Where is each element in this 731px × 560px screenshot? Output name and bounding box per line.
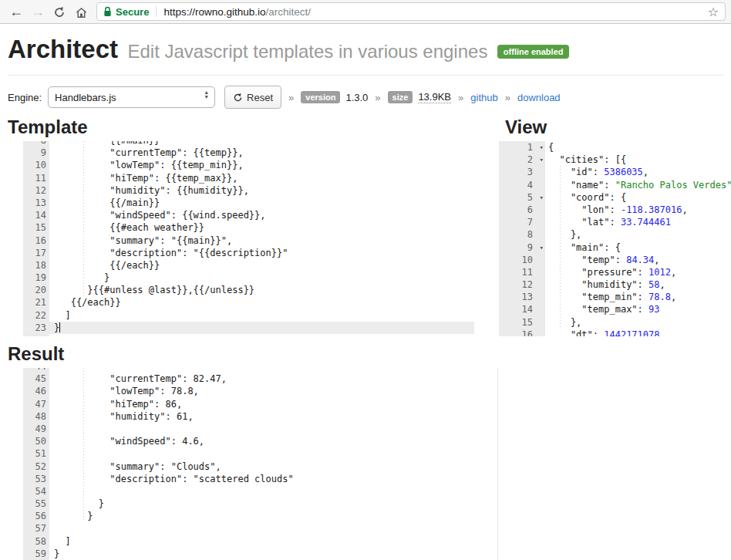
code-line[interactable]: 15 {{#each weather}} <box>23 221 474 234</box>
code-text: "hiTemp": 86, <box>54 398 497 410</box>
code-text: "lowTemp": 78.8, <box>54 385 497 397</box>
code-line[interactable]: 20 }{{#unless @last}},{{/unless}} <box>23 284 474 296</box>
text-cursor <box>59 322 60 332</box>
line-number: 55 <box>23 498 54 510</box>
line-number: 16 <box>23 234 54 247</box>
code-line[interactable]: 9 "currentTemp": {{temp}}, <box>23 147 474 159</box>
code-line[interactable]: 22 ] <box>23 309 474 322</box>
back-icon[interactable]: ← <box>5 1 27 22</box>
code-line[interactable]: 45 "currentTemp": 82.47, <box>23 373 497 385</box>
code-text: "lowTemp": {{temp_min}}, <box>54 159 474 171</box>
code-line[interactable]: 3 "id": 5386035, <box>499 166 731 178</box>
fold-arrow-icon[interactable]: ▾ <box>540 191 544 204</box>
code-line[interactable]: 13 "temp_min": 78.8, <box>499 291 731 303</box>
line-number: 15 <box>499 316 548 329</box>
github-link[interactable]: github <box>470 92 497 103</box>
code-line[interactable]: 12 "humidity": {{humidity}}, <box>23 184 474 197</box>
line-number: 11 <box>499 266 548 278</box>
fold-arrow-icon[interactable]: ▾ <box>540 241 544 254</box>
line-number: 9 <box>23 147 54 159</box>
code-line[interactable]: 10 "lowTemp": {{temp_min}}, <box>23 159 474 171</box>
separator: » <box>288 92 294 103</box>
line-number: 19 <box>23 272 54 284</box>
view-heading: View <box>505 116 731 138</box>
code-line[interactable]: 49 <box>23 423 497 435</box>
line-number: 53 <box>23 473 54 485</box>
code-line[interactable]: 53 "description": "scattered clouds" <box>23 473 497 485</box>
code-line[interactable]: 18 {{/each}} <box>23 259 474 272</box>
code-text: "summary": "{{main}}", <box>54 234 474 247</box>
page-title: Architect <box>8 35 118 63</box>
code-line[interactable]: 16 "dt": 1442171078 <box>499 329 731 336</box>
code-line[interactable]: 1▾{ <box>499 141 731 153</box>
result-editor[interactable]: 4445 "currentTemp": 82.47,46 "lowTemp": … <box>23 368 498 560</box>
code-line[interactable]: 2▾ "cities": [{ <box>499 153 731 166</box>
line-number: 3 <box>499 166 548 178</box>
code-text: "cities": [{ <box>548 153 731 166</box>
reset-button[interactable]: Reset <box>224 86 281 109</box>
code-line[interactable]: 47 "hiTemp": 86, <box>23 398 497 410</box>
forward-icon[interactable]: → <box>27 1 49 22</box>
code-line[interactable]: 12 "humidity": 58, <box>499 278 731 291</box>
code-line[interactable]: 52 "summary": "Clouds", <box>23 460 497 473</box>
code-line[interactable]: 9▾ "main": { <box>499 241 731 254</box>
line-number: 7 <box>499 216 548 228</box>
code-text: "humidity": 61, <box>54 410 497 423</box>
code-line[interactable]: 13 {{/main}} <box>23 197 474 209</box>
line-number: 10 <box>499 254 548 266</box>
code-text: } <box>54 272 474 284</box>
line-number: 8 <box>499 228 548 241</box>
code-line[interactable]: 19 } <box>23 272 474 284</box>
code-line[interactable]: 58 ] <box>23 535 497 548</box>
code-line[interactable]: 11 "hiTemp": {{temp_max}}, <box>23 172 474 184</box>
reload-icon[interactable] <box>49 1 70 22</box>
download-link[interactable]: download <box>517 92 561 103</box>
template-editor[interactable]: 8 {{#main}}9 "currentTemp": {{temp}},10 … <box>23 141 474 336</box>
line-number: 8 <box>23 141 54 147</box>
code-line[interactable]: 8 }, <box>499 228 731 241</box>
code-line[interactable]: 10 "temp": 84.34, <box>499 254 731 266</box>
home-icon[interactable] <box>70 1 92 22</box>
code-line[interactable]: 48 "humidity": 61, <box>23 410 497 423</box>
code-line[interactable]: 55 } <box>23 498 497 510</box>
code-line[interactable]: 59} <box>23 548 497 560</box>
code-text: "humidity": {{humidity}}, <box>54 184 474 197</box>
address-bar[interactable]: Secure https://rowno.github.io/architect… <box>96 2 726 21</box>
code-line[interactable]: 57 <box>23 522 497 535</box>
code-line[interactable]: 50 "windSpeed": 4.6, <box>23 435 497 447</box>
code-text: "currentTemp": 82.47, <box>54 373 497 385</box>
code-text: "humidity": 58, <box>548 278 731 291</box>
engine-select[interactable]: Handlebars.js ▲▼ <box>48 86 215 108</box>
line-number: 4 <box>499 179 548 191</box>
code-line[interactable]: 8 {{#main}} <box>23 141 474 147</box>
code-line[interactable]: 11 "pressure": 1012, <box>499 266 731 278</box>
code-line[interactable]: 51 <box>23 447 497 460</box>
code-line[interactable]: 46 "lowTemp": 78.8, <box>23 385 497 397</box>
code-line[interactable]: 4 "name": "Rancho Palos Verdes", <box>499 179 731 191</box>
line-number: 9▾ <box>499 241 548 254</box>
code-line[interactable]: 17 "description": "{{description}}" <box>23 247 474 259</box>
line-number: 12 <box>499 278 548 291</box>
fold-arrow-icon[interactable]: ▾ <box>540 153 544 166</box>
code-line[interactable]: 14 "temp_max": 93 <box>499 303 731 315</box>
code-line[interactable]: 16 "summary": "{{main}}", <box>23 234 474 247</box>
code-line[interactable]: 56 } <box>23 510 497 522</box>
line-number: 2▾ <box>499 153 548 166</box>
bookmark-star-icon[interactable]: ☆ <box>708 5 719 19</box>
page: ← → Secure https://rowno.github.io/archi… <box>0 0 731 560</box>
code-line[interactable]: 14 "windSpeed": {{wind.speed}}, <box>23 209 474 221</box>
code-line[interactable]: 5▾ "coord": { <box>499 191 731 204</box>
code-text: }, <box>548 228 731 241</box>
fold-arrow-icon[interactable]: ▾ <box>540 141 544 153</box>
header-divider <box>8 75 723 76</box>
code-line[interactable]: 21 {{/each}} <box>23 296 474 309</box>
version-badge: version <box>301 91 340 103</box>
code-line[interactable]: 7 "lat": 33.744461 <box>499 216 731 228</box>
line-number: 13 <box>499 291 548 303</box>
code-text <box>54 485 497 498</box>
code-line[interactable]: 54 <box>23 485 497 498</box>
code-line[interactable]: 23} <box>23 322 474 334</box>
code-line[interactable]: 15 }, <box>499 316 731 329</box>
code-line[interactable]: 6 "lon": -118.387016, <box>499 204 731 216</box>
view-editor[interactable]: 1▾{2▾ "cities": [{3 "id": 5386035,4 "nam… <box>499 141 731 336</box>
